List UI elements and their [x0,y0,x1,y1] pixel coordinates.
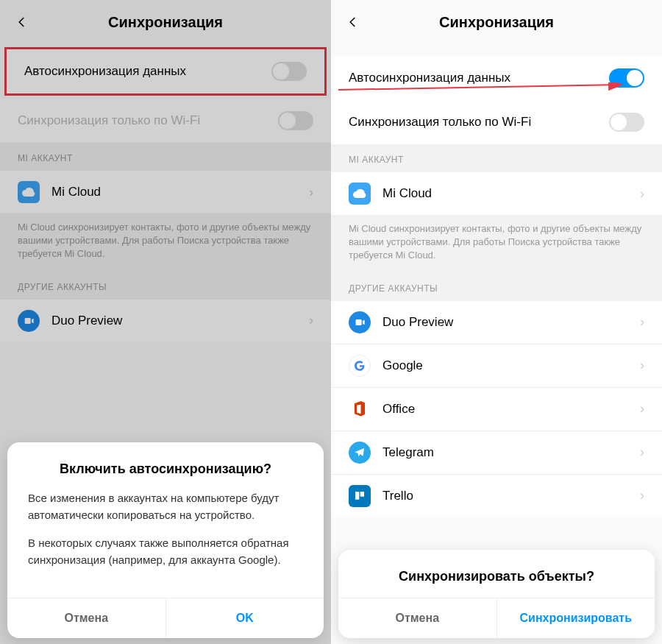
header: Синхронизация [331,0,662,44]
dialog-body: Все изменения в аккаунтах на компьютере … [7,490,324,598]
dialog-actions: Отмена OK [7,598,324,638]
duo-row[interactable]: Duo Preview › [331,301,662,344]
micloud-row[interactable]: Mi Cloud › [331,172,662,215]
chevron-right-icon: › [640,186,644,202]
cancel-button[interactable]: Отмена [7,598,166,638]
duo-row[interactable]: Duo Preview › [0,300,331,342]
autosync-label: Автосинхронизация данных [24,64,271,79]
autosync-dialog: Включить автосинхронизацию? Все изменени… [7,442,324,638]
chevron-right-icon: › [640,488,644,503]
office-icon [349,398,371,420]
ok-button[interactable]: OK [166,598,324,638]
dialog-p2: В некоторых случаях также выполняется об… [28,535,303,568]
screen-right: Синхронизация Автосинхронизация данных С… [331,0,662,644]
google-icon [349,355,371,377]
highlight-annotation: Автосинхронизация данных [4,47,327,96]
wifi-only-row[interactable]: Синхронизация только по Wi-Fi [331,100,662,144]
autosync-toggle[interactable] [271,62,307,81]
cancel-button[interactable]: Отмена [338,598,497,638]
back-button[interactable] [344,13,362,31]
header: Синхронизация [0,0,331,44]
autosync-label: Автосинхронизация данных [349,71,609,85]
micloud-row[interactable]: Mi Cloud › [0,171,331,213]
chevron-right-icon: › [640,445,644,460]
micloud-label: Mi Cloud [382,186,640,201]
section-other-accounts: ДРУГИЕ АККАУНТЫ [331,273,662,301]
section-other-accounts: ДРУГИЕ АККАУНТЫ [0,272,331,300]
sync-dialog: Синхронизировать объекты? Отмена Синхрон… [338,550,655,638]
autosync-row[interactable]: Автосинхронизация данных [331,56,662,100]
wifi-only-row: Синхронизация только по Wi-Fi [0,99,331,143]
google-row[interactable]: Google › [331,344,662,387]
micloud-description: Mi Cloud синхронизирует контакты, фото и… [331,215,662,273]
micloud-description: Mi Cloud синхронизирует контакты, фото и… [0,213,331,272]
svg-rect-4 [360,492,364,497]
chevron-right-icon: › [309,185,313,200]
chevron-left-icon [15,15,29,29]
telegram-label: Telegram [382,445,640,460]
chevron-right-icon: › [640,314,644,330]
sync-button[interactable]: Синхронизировать [497,598,655,638]
svg-rect-3 [355,492,359,500]
google-label: Google [382,358,640,373]
page-title: Синхронизация [108,14,223,31]
dialog-actions: Отмена Синхронизировать [338,598,655,638]
section-mi-account: MI АККАУНТ [331,144,662,172]
chevron-left-icon [346,15,360,29]
trello-icon [349,485,371,507]
dialog-p1: Все изменения в аккаунтах на компьютере … [28,490,303,523]
back-button[interactable] [13,13,31,31]
duo-label: Duo Preview [382,315,640,330]
office-label: Office [382,402,640,417]
chevron-right-icon: › [640,358,644,373]
trello-label: Trello [382,489,640,503]
cloud-icon [18,181,40,203]
cloud-icon [349,183,371,205]
telegram-icon [349,442,371,464]
section-mi-account: MI АККАУНТ [0,143,331,171]
office-row[interactable]: Office › [331,388,662,431]
micloud-label: Mi Cloud [51,185,309,199]
dialog-title: Включить автосинхронизацию? [7,442,324,490]
duo-icon [349,311,371,333]
wifi-only-label: Синхронизация только по Wi-Fi [18,113,278,128]
wifi-only-toggle[interactable] [609,113,644,132]
autosync-row[interactable]: Автосинхронизация данных [7,49,324,93]
chevron-right-icon: › [309,313,313,328]
duo-label: Duo Preview [51,314,309,328]
chevron-right-icon: › [640,401,644,417]
page-title: Синхронизация [439,14,554,31]
wifi-only-toggle [278,111,313,130]
dialog-title: Синхронизировать объекты? [338,550,655,598]
duo-icon [18,310,40,332]
svg-rect-2 [356,319,362,325]
autosync-toggle[interactable] [609,68,644,88]
trello-row[interactable]: Trello › [331,475,662,517]
svg-rect-0 [25,318,31,324]
screen-left: Синхронизация Автосинхронизация данных С… [0,0,331,644]
wifi-only-label: Синхронизация только по Wi-Fi [349,115,609,130]
telegram-row[interactable]: Telegram › [331,431,662,474]
